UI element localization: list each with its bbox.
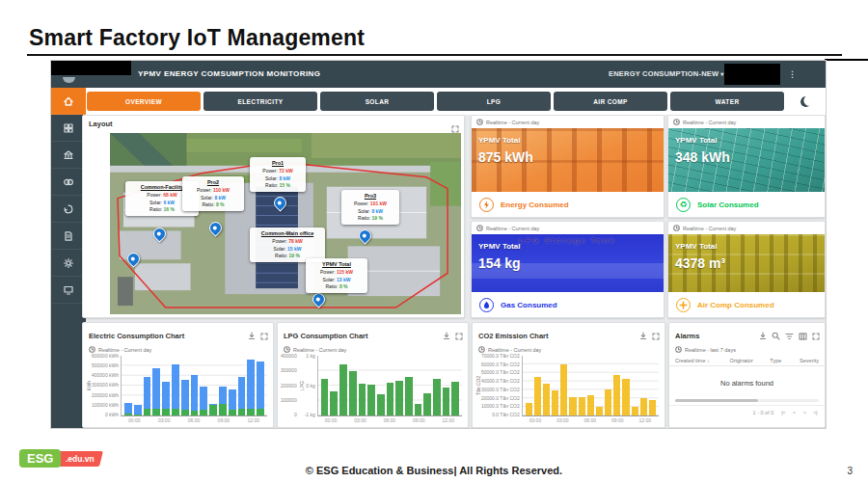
tab-air-comp[interactable]: AIR COMP — [554, 92, 667, 111]
sidebar-item-api-usage[interactable] — [51, 196, 86, 223]
bar — [405, 356, 413, 415]
card-period: Realtime - Current day — [683, 226, 736, 231]
card-period: Realtime - Current day — [486, 120, 539, 125]
redacted-region — [50, 60, 131, 75]
tab-lpg[interactable]: LPG — [437, 92, 551, 111]
sidebar-item-settings[interactable] — [51, 250, 86, 277]
download-icon[interactable] — [443, 327, 450, 344]
bar — [632, 356, 638, 415]
app-logo — [63, 77, 75, 83]
bar — [423, 356, 431, 415]
filter-icon[interactable] — [785, 327, 794, 344]
sidebar — [51, 88, 86, 429]
card-title: YPMV Total — [478, 136, 520, 145]
card-value: 875 kWh — [478, 149, 533, 165]
sidebar-item-entities[interactable] — [51, 142, 86, 169]
solar-card-image: YPMV Total 348 kWh — [668, 128, 825, 192]
bar — [172, 356, 179, 415]
columns-icon[interactable] — [799, 327, 807, 344]
sidebar-item-rule-chains[interactable] — [51, 169, 86, 196]
bar — [321, 356, 329, 415]
slide: Smart Factory IoT Management YPMV ENERGY… — [0, 0, 868, 482]
recycle-icon — [63, 203, 74, 215]
x-axis-ticks: 00:0003:0006:0009:0012:00 — [121, 416, 267, 423]
bar — [367, 356, 375, 415]
bar — [377, 356, 385, 415]
bar — [443, 356, 450, 415]
fullscreen-icon[interactable] — [260, 327, 268, 344]
layout-panel: Layout — [82, 115, 465, 318]
bar — [200, 356, 207, 415]
fullscreen-icon[interactable] — [812, 327, 820, 344]
bar — [219, 356, 227, 415]
bar — [569, 356, 576, 415]
sidebar-item-documents[interactable] — [51, 223, 86, 250]
x-axis-ticks: 00:0003:0006:0009:0012:00 — [317, 416, 462, 423]
card-title: YPMV Total — [675, 242, 717, 251]
kebab-menu-icon[interactable]: ⋮ — [788, 61, 797, 88]
tab-bar: OVERVIEW ELECTRICITY SOLAR LPG AIR COMP … — [86, 88, 827, 115]
next-page-icon[interactable]: > — [803, 410, 806, 415]
fullscreen-icon[interactable] — [455, 327, 463, 344]
fullscreen-icon[interactable] — [652, 327, 660, 344]
download-icon[interactable] — [639, 327, 647, 344]
dashboard-select-dropdown[interactable]: ENERGY CONSUMPTION-NEW▾ — [609, 61, 724, 88]
display-monitor-icon — [63, 284, 74, 296]
no-alarms-message: No alarms found — [669, 366, 825, 399]
download-icon[interactable] — [759, 327, 767, 344]
tab-solar[interactable]: SOLAR — [320, 92, 434, 111]
bar — [181, 356, 189, 415]
y-axis-ticks: 70000.0 Tấn CO260000.0 Tấn CO250000.0 Tấ… — [481, 354, 522, 417]
kpi-card-air-comp: Realtime - Current day YPMV Total 4378 m… — [667, 221, 826, 318]
card-title: YPMV Total — [675, 136, 717, 145]
scrollbar-thumb[interactable] — [675, 399, 758, 402]
sidebar-item-home[interactable] — [51, 88, 86, 115]
column-created-time[interactable]: Created time ↓ — [675, 358, 730, 363]
pagination-range: 1 - 0 of 0 — [753, 410, 774, 415]
column-severity[interactable]: Severity — [793, 358, 819, 363]
kpi-card-energy: Realtime - Current day YPMV Total 875 kW… — [471, 115, 665, 218]
bar — [349, 356, 357, 415]
fan-icon — [676, 298, 691, 312]
tab-overview[interactable]: OVERVIEW — [87, 92, 201, 111]
chart-title: LPG Consumption Chart — [284, 332, 368, 340]
bar — [209, 356, 217, 415]
horizontal-scrollbar[interactable] — [675, 399, 819, 402]
bar-plot — [121, 356, 267, 416]
tab-water[interactable]: WATER — [670, 92, 784, 111]
kpi-card-gas: Realtime - Current day LPG Storage Tank … — [471, 221, 665, 318]
card-title: YPMV Total — [478, 242, 520, 251]
download-icon[interactable] — [248, 327, 256, 344]
sidebar-item-display[interactable] — [51, 277, 86, 304]
alarms-panel: Alarms Realtime - last 7 days Created ti… — [668, 322, 826, 428]
bar — [124, 356, 132, 415]
first-page-icon[interactable]: |< — [781, 410, 785, 415]
sidebar-item-dashboards[interactable] — [51, 115, 86, 142]
annotation-line — [825, 59, 868, 61]
bar — [162, 356, 170, 415]
pagination: 1 - 0 of 0 |< < > >| — [669, 405, 825, 415]
chart-title: CO2 Emission Chart — [478, 332, 549, 340]
column-originator[interactable]: Originator — [730, 358, 771, 363]
page-number: 3 — [847, 466, 853, 476]
electric-consumption-chart-panel: Electric Consumption Chart Realtime - Cu… — [82, 322, 274, 428]
dark-mode-moon-icon[interactable] — [800, 94, 812, 107]
y-axis-ticks: 4000003000002000001000000 — [281, 354, 299, 417]
bar — [613, 356, 620, 415]
card-value: 348 kWh — [675, 149, 730, 165]
prev-page-icon[interactable]: < — [793, 410, 796, 415]
bar — [415, 356, 422, 415]
card-label: Energy Consumed — [501, 201, 569, 209]
bar — [387, 356, 394, 415]
home-icon — [63, 95, 74, 107]
page-title: Smart Factory IoT Management — [29, 25, 365, 51]
search-icon[interactable] — [772, 327, 780, 344]
bar — [560, 356, 567, 415]
last-page-icon[interactable]: >| — [813, 410, 817, 415]
dashboard-title: YPMV ENERGY COMSUMPTION MONITORING — [138, 61, 320, 88]
card-label: Gas Consumed — [501, 301, 557, 309]
column-type[interactable]: Type — [770, 358, 793, 363]
callout-pro3: Pro3 Power: 101 kW Solar: 8 kW Ratio: 19… — [341, 190, 399, 225]
tab-electricity[interactable]: ELECTRICITY — [203, 92, 317, 111]
x-axis-ticks: 00:0003:0006:0009:0012:00 — [522, 416, 659, 423]
